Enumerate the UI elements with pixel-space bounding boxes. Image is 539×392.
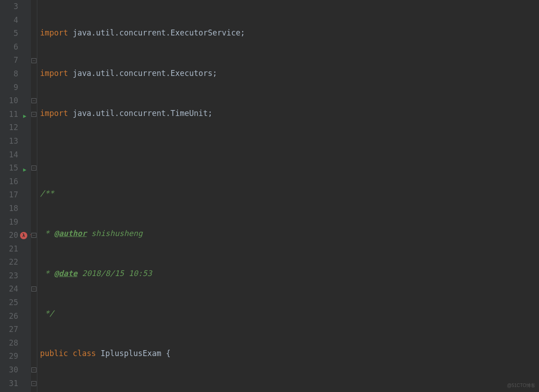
javadoc: /** — [40, 189, 54, 198]
fold-icon[interactable]: − — [31, 233, 36, 238]
fold-icon[interactable]: − — [31, 381, 36, 386]
fold-icon[interactable]: − — [31, 166, 36, 171]
lambda-icon[interactable]: λ — [20, 232, 27, 239]
line-number: 13 — [0, 135, 28, 148]
run-icon[interactable]: ▶ — [23, 111, 26, 121]
keyword: import — [40, 28, 68, 37]
keyword: import — [40, 69, 68, 78]
line-number: 9 — [0, 81, 28, 95]
line-number: 21 — [0, 242, 28, 256]
javadoc-value: shishusheng — [86, 229, 142, 238]
code-area[interactable]: import java.util.concurrent.ExecutorServ… — [37, 0, 376, 392]
line-number: 18 — [0, 202, 28, 216]
keyword: import — [40, 109, 68, 118]
line-number: 16 — [0, 175, 28, 189]
line-number: 14 — [0, 148, 28, 162]
line-number: 31 — [0, 377, 28, 391]
javadoc: */ — [40, 309, 54, 318]
line-number: 3 — [0, 0, 28, 14]
line-number: 6 — [0, 40, 28, 54]
line-number: 10 — [0, 94, 28, 108]
line-number: 4 — [0, 14, 28, 27]
fold-icon[interactable]: − — [31, 367, 36, 372]
import-path: java.util.concurrent.Executors; — [68, 69, 217, 78]
import-path: java.util.concurrent.ExecutorService; — [68, 28, 245, 37]
fold-icon[interactable]: − — [31, 286, 36, 291]
fold-strip: − − − − − − − − — [31, 0, 37, 392]
line-number: 19 — [0, 216, 28, 229]
line-gutter: 3 4 5 6 7 8 9 10 11▶ 12 13 14 15▶ 16 17 … — [0, 0, 31, 392]
line-number: 29 — [0, 350, 28, 363]
fold-icon[interactable]: − — [31, 112, 36, 117]
javadoc-value: 2018/8/15 10:53 — [77, 269, 152, 278]
line-number: 23 — [0, 269, 28, 283]
line-number: 7 — [0, 54, 28, 67]
import-path: java.util.concurrent.TimeUnit; — [68, 109, 212, 118]
line-number: 22 — [0, 256, 28, 269]
javadoc-tag: @date — [54, 269, 77, 278]
line-number: 15▶ — [0, 161, 28, 175]
line-number: 28 — [0, 337, 28, 350]
javadoc-tag: @author — [54, 229, 87, 238]
keyword: public — [40, 349, 68, 358]
watermark: @51CTO博客 — [507, 382, 535, 389]
fold-icon[interactable]: − — [31, 98, 36, 103]
line-number: 25 — [0, 296, 28, 310]
line-number: 8 — [0, 67, 28, 81]
line-number: 11▶ — [0, 108, 28, 121]
line-number: 24 — [0, 282, 28, 296]
code-editor[interactable]: 3 4 5 6 7 8 9 10 11▶ 12 13 14 15▶ 16 17 … — [0, 0, 539, 392]
line-number: 27 — [0, 323, 28, 337]
line-number: 20λ↑ — [0, 229, 28, 242]
line-number: 26 — [0, 310, 28, 323]
javadoc: * — [40, 269, 54, 278]
line-number: 5 — [0, 27, 28, 40]
line-number: 30 — [0, 363, 28, 377]
keyword: class — [73, 349, 96, 358]
class-name: IplusplusExam { — [96, 349, 171, 358]
fold-icon[interactable]: − — [31, 58, 36, 63]
line-number: 12 — [0, 121, 28, 135]
javadoc: * — [40, 229, 54, 238]
run-icon[interactable]: ▶ — [23, 165, 26, 175]
line-number: 17 — [0, 188, 28, 202]
